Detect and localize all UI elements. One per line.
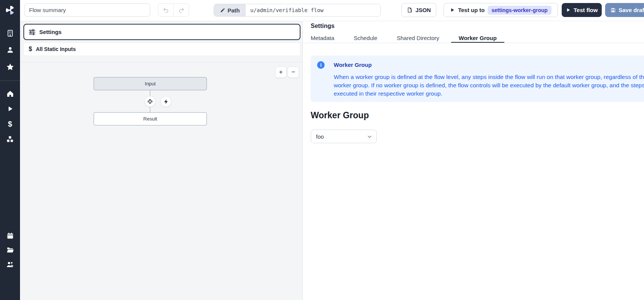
- rail-divider: [0, 80, 20, 81]
- trigger-button[interactable]: [161, 96, 171, 107]
- path-field-group: Path: [214, 4, 381, 17]
- flow-summary-input[interactable]: [24, 3, 150, 17]
- undo-button[interactable]: [158, 4, 174, 16]
- path-label: Path: [228, 7, 240, 14]
- sliders-icon: [29, 29, 35, 36]
- sidebar-item-resources[interactable]: [0, 132, 20, 146]
- dollar-icon: $: [29, 46, 32, 53]
- undo-redo-group: [158, 3, 189, 17]
- input-node[interactable]: Input: [94, 77, 207, 90]
- json-button[interactable]: JSON: [401, 3, 436, 17]
- zoom-in-button[interactable]: +: [275, 66, 287, 78]
- edit-path-button[interactable]: Path: [214, 4, 246, 16]
- zoom-out-button[interactable]: −: [288, 66, 299, 78]
- dollar-icon: $: [8, 120, 12, 128]
- result-node-label: Result: [143, 116, 157, 122]
- left-nav-rail: $: [0, 0, 20, 300]
- plus-icon: [147, 99, 153, 104]
- sidebar-item-workspace[interactable]: [0, 26, 20, 40]
- sidebar-item-favorites[interactable]: [0, 60, 20, 74]
- undo-icon: [163, 7, 169, 13]
- windmill-logo-icon: [5, 5, 15, 15]
- pencil-icon: [220, 8, 225, 13]
- zoom-in-label: +: [279, 68, 283, 76]
- json-button-label: JSON: [416, 7, 431, 13]
- input-node-label: Input: [145, 81, 156, 87]
- windmill-logo[interactable]: [0, 3, 20, 17]
- sidebar-item-folders[interactable]: [0, 243, 20, 257]
- redo-button[interactable]: [174, 4, 189, 16]
- worker-group-heading: Worker Group: [311, 110, 369, 121]
- info-box-body: When a worker group is defined at the fl…: [334, 73, 644, 98]
- all-static-inputs-button[interactable]: $ All Static Inputs: [23, 42, 300, 56]
- flow-settings-label: Settings: [39, 29, 62, 35]
- boxes-icon: [6, 135, 14, 143]
- file-code-icon: [407, 7, 413, 13]
- sidebar-item-schedules[interactable]: [0, 229, 20, 243]
- home-icon: [6, 90, 14, 97]
- tab-shared-directory[interactable]: Shared Directory: [397, 34, 439, 42]
- calendar-icon: [6, 232, 14, 240]
- settings-tabs: Metadata Schedule Shared Directory Worke…: [303, 34, 644, 43]
- bolt-icon: [163, 99, 169, 104]
- play-icon: [6, 105, 14, 113]
- worker-group-info-box: i Worker Group When a worker group is de…: [311, 56, 644, 102]
- tab-schedule[interactable]: Schedule: [354, 34, 377, 42]
- worker-group-select-value: foo: [316, 133, 324, 140]
- test-up-to-button[interactable]: Test up to settings-worker-group: [444, 3, 558, 17]
- building-icon: [6, 29, 14, 37]
- settings-panel: Settings Metadata Schedule Shared Direct…: [303, 21, 644, 300]
- save-draft-button[interactable]: Save draft: [605, 3, 644, 17]
- top-toolbar: Path JSON Test up to settings-worker-gro…: [20, 0, 644, 21]
- path-input[interactable]: [246, 4, 381, 16]
- sidebar-item-user[interactable]: [0, 43, 20, 57]
- test-flow-button[interactable]: Test flow: [562, 3, 602, 17]
- users-cog-icon: [6, 261, 14, 269]
- star-icon: [6, 63, 14, 71]
- all-static-inputs-label: All Static Inputs: [36, 46, 76, 52]
- redo-icon: [178, 7, 185, 13]
- settings-panel-title: Settings: [311, 23, 334, 29]
- tab-worker-group[interactable]: Worker Group: [459, 34, 497, 42]
- sidebar-item-groups[interactable]: [0, 258, 20, 271]
- sidebar-item-runs[interactable]: [0, 102, 20, 116]
- test-up-to-label: Test up to: [458, 7, 485, 13]
- flow-editor-panel: Settings $ All Static Inputs Input Resul…: [20, 21, 303, 300]
- save-draft-label: Save draft: [619, 7, 644, 13]
- panel-separator: [20, 62, 303, 62]
- chevron-down-icon: [367, 134, 373, 140]
- worker-group-badge: settings-worker-group: [488, 6, 552, 15]
- user-icon: [6, 46, 14, 54]
- result-node[interactable]: Result: [94, 112, 207, 125]
- flow-settings-button[interactable]: Settings: [23, 24, 300, 40]
- folder-open-icon: [6, 246, 14, 254]
- test-flow-label: Test flow: [574, 7, 598, 13]
- add-step-button[interactable]: [145, 96, 155, 107]
- worker-group-select[interactable]: foo: [311, 130, 377, 143]
- play-icon: [566, 8, 571, 12]
- play-icon: [450, 8, 455, 12]
- save-icon: [610, 8, 616, 13]
- info-icon: i: [317, 61, 325, 69]
- info-box-title: Worker Group: [334, 61, 644, 69]
- tab-metadata[interactable]: Metadata: [311, 34, 334, 42]
- zoom-out-label: −: [291, 68, 295, 76]
- sidebar-item-home[interactable]: [0, 87, 20, 101]
- sidebar-item-variables[interactable]: $: [0, 117, 20, 131]
